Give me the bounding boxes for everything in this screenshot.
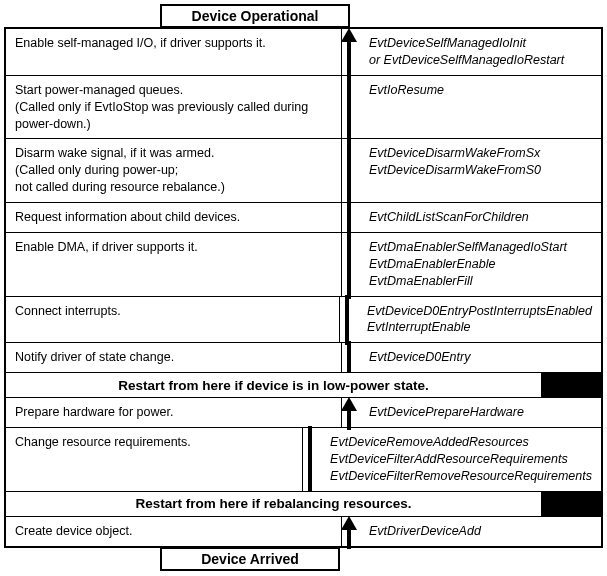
callback-names: EvtIoResume — [342, 76, 601, 139]
action-description: Start power-managed queues.(Called only … — [6, 76, 342, 139]
action-description: Request information about child devices. — [6, 203, 342, 232]
arrow-up-icon — [341, 139, 359, 202]
table-row: Disarm wake signal, if it was armed.(Cal… — [6, 138, 601, 202]
callback-names: EvtDmaEnablerSelfManagedIoStartEvtDmaEna… — [342, 233, 601, 296]
banner-label: Restart from here if rebalancing resourc… — [6, 493, 541, 514]
action-description: Change resource requirements. — [6, 428, 303, 491]
banner-accent — [541, 373, 601, 397]
callback-names: EvtDeviceD0EntryPostInterruptsEnabledEvt… — [340, 297, 601, 343]
main-table: Enable self-managed I/O, if driver suppo… — [4, 27, 603, 548]
action-description: Connect interrupts. — [6, 297, 340, 343]
table-row: Change resource requirements.EvtDeviceRe… — [6, 427, 601, 491]
action-description: Create device object. — [6, 517, 342, 546]
action-description: Enable DMA, if driver supports it. — [6, 233, 342, 296]
restart-banner: Restart from here if device is in low-po… — [6, 372, 601, 397]
arrow-up-icon — [341, 203, 359, 232]
arrow-up-icon — [341, 398, 359, 427]
table-row: Connect interrupts.EvtDeviceD0EntryPostI… — [6, 296, 601, 343]
table-row: Enable DMA, if driver supports it.EvtDma… — [6, 232, 601, 296]
callback-names: EvtDevicePrepareHardware — [342, 398, 601, 427]
diagram-canvas: Device Operational Enable self-managed I… — [0, 0, 607, 576]
header-title: Device Operational — [160, 4, 350, 28]
banner-accent — [541, 492, 601, 516]
table-row: Start power-managed queues.(Called only … — [6, 75, 601, 139]
action-description: Prepare hardware for power. — [6, 398, 342, 427]
table-row: Prepare hardware for power.EvtDevicePrep… — [6, 397, 601, 427]
action-description: Notify driver of state change. — [6, 343, 342, 372]
arrow-up-icon — [341, 76, 359, 139]
callback-names: EvtChildListScanForChildren — [342, 203, 601, 232]
callback-names: EvtDriverDeviceAdd — [342, 517, 601, 546]
callback-names: EvtDeviceRemoveAddedResourcesEvtDeviceFi… — [303, 428, 601, 491]
callback-names: EvtDeviceSelfManagedIoInitor EvtDeviceSe… — [342, 29, 601, 75]
arrow-up-icon — [341, 29, 359, 75]
arrow-up-icon — [302, 428, 320, 491]
action-description: Enable self-managed I/O, if driver suppo… — [6, 29, 342, 75]
table-row: Request information about child devices.… — [6, 202, 601, 232]
action-description: Disarm wake signal, if it was armed.(Cal… — [6, 139, 342, 202]
arrow-up-icon — [341, 517, 359, 546]
callback-names: EvtDeviceDisarmWakeFromSxEvtDeviceDisarm… — [342, 139, 601, 202]
footer-title: Device Arrived — [160, 547, 340, 571]
table-row: Notify driver of state change.EvtDeviceD… — [6, 342, 601, 372]
arrow-up-icon — [341, 233, 359, 296]
arrow-up-icon — [339, 297, 357, 343]
table-row: Create device object.EvtDriverDeviceAdd — [6, 516, 601, 546]
table-row: Enable self-managed I/O, if driver suppo… — [6, 29, 601, 75]
arrow-up-icon — [341, 343, 359, 372]
callback-names: EvtDeviceD0Entry — [342, 343, 601, 372]
restart-banner: Restart from here if rebalancing resourc… — [6, 491, 601, 516]
banner-label: Restart from here if device is in low-po… — [6, 375, 541, 396]
